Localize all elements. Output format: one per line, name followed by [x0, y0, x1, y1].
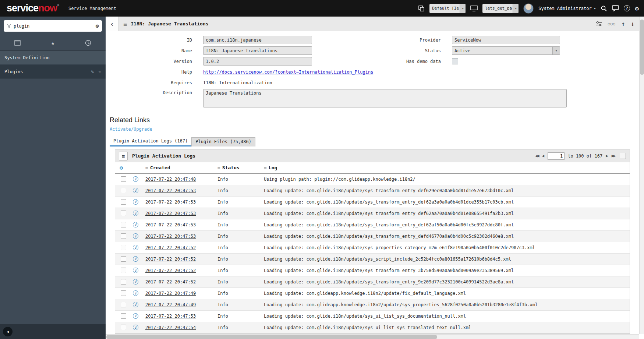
- row-checkbox[interactable]: [121, 188, 126, 193]
- back-button[interactable]: ‹: [106, 17, 119, 31]
- list-context-menu-icon[interactable]: ≡: [119, 152, 128, 160]
- vertical-scrollbar-thumb[interactable]: [640, 20, 644, 75]
- row-checkbox[interactable]: [121, 199, 126, 205]
- info-icon[interactable]: i: [133, 256, 138, 262]
- column-menu-icon[interactable]: ≡: [264, 165, 267, 170]
- update-set-picker[interactable]: Default [Ie ▾: [429, 4, 466, 13]
- tab-plugin-activation-logs-167[interactable]: Plugin Activation Logs (167): [110, 137, 191, 146]
- personalize-form-sliders-icon[interactable]: [595, 21, 602, 27]
- info-icon[interactable]: i: [133, 176, 138, 182]
- banner-right-controls: Default [Ie ▾ lets_get_pa ▾ System Admin…: [418, 3, 639, 14]
- row-checkbox[interactable]: [121, 222, 126, 227]
- created-link[interactable]: 2017-07-22 20:47:53: [145, 199, 196, 205]
- info-icon[interactable]: i: [133, 313, 138, 319]
- history-tab[interactable]: [70, 35, 106, 50]
- created-link[interactable]: 2017-07-22 20:47:53: [145, 222, 196, 227]
- row-checkbox[interactable]: [121, 245, 126, 250]
- created-link[interactable]: 2017-07-22 20:47:52: [145, 268, 196, 273]
- search-icon[interactable]: [601, 5, 607, 12]
- clear-search-icon[interactable]: ⊗: [95, 23, 99, 29]
- info-icon[interactable]: i: [133, 302, 138, 307]
- first-page-icon[interactable]: ◀◀: [535, 154, 538, 158]
- application-picker[interactable]: lets_get_pa ▾: [482, 4, 519, 13]
- row-checkbox[interactable]: [121, 233, 126, 239]
- servicenow-logo[interactable]: servicenow®: [7, 3, 59, 14]
- info-icon[interactable]: i: [133, 245, 138, 250]
- nav-filter-input[interactable]: [14, 24, 95, 29]
- sidebar-item-plugins[interactable]: Plugins ✎ ☆: [0, 65, 106, 79]
- has-demo-data-checkbox[interactable]: [452, 58, 458, 64]
- user-avatar[interactable]: [523, 3, 534, 14]
- row-checkbox[interactable]: [121, 211, 126, 216]
- chat-icon[interactable]: [612, 5, 619, 11]
- column-header-created[interactable]: ≡Created: [144, 162, 216, 173]
- user-menu[interactable]: System Administrator ▾: [538, 6, 596, 11]
- info-icon[interactable]: i: [133, 188, 138, 193]
- form-context-menu-icon[interactable]: ≡: [123, 20, 127, 28]
- application-value: lets_get_pa: [482, 6, 513, 11]
- info-icon[interactable]: i: [133, 211, 138, 216]
- created-link[interactable]: 2017-07-22 20:47:54: [145, 325, 196, 330]
- nav-section-system-definition[interactable]: System Definition: [0, 51, 106, 65]
- created-link[interactable]: 2017-07-22 20:47:49: [145, 302, 196, 307]
- created-link[interactable]: 2017-07-22 20:47:52: [145, 245, 196, 250]
- info-icon[interactable]: i: [133, 199, 138, 205]
- row-checkbox[interactable]: [121, 256, 126, 262]
- description-textarea[interactable]: Japanese Translations: [203, 89, 567, 107]
- row-checkbox[interactable]: [121, 325, 126, 330]
- column-menu-icon[interactable]: ≡: [145, 165, 148, 170]
- page-number-input[interactable]: [548, 152, 565, 160]
- info-icon[interactable]: i: [133, 222, 138, 227]
- created-link[interactable]: 2017-07-22 20:47:53: [145, 314, 196, 319]
- info-icon[interactable]: i: [133, 233, 138, 239]
- column-header-status[interactable]: ≡Status: [216, 162, 262, 173]
- row-checkbox[interactable]: [121, 176, 126, 182]
- row-checkbox[interactable]: [121, 302, 126, 307]
- info-icon[interactable]: i: [133, 279, 138, 285]
- help-link[interactable]: http://docs.servicenow.com/?context=Inte…: [203, 70, 373, 75]
- stacked-windows-icon[interactable]: [418, 5, 425, 12]
- info-icon[interactable]: i: [133, 268, 138, 273]
- next-page-icon[interactable]: ▶: [606, 154, 608, 158]
- created-link[interactable]: 2017-07-22 20:47:52: [145, 279, 196, 285]
- row-checkbox[interactable]: [121, 290, 126, 296]
- column-header-log[interactable]: ≡Log: [262, 162, 630, 173]
- next-record-icon[interactable]: ↓: [631, 20, 634, 27]
- name-input[interactable]: [203, 46, 312, 55]
- settings-gear-icon[interactable]: ⚙: [635, 5, 639, 12]
- provider-input[interactable]: [452, 36, 560, 44]
- created-link[interactable]: 2017-07-22 20:47:52: [145, 257, 196, 262]
- horizontal-scrollbar-thumb[interactable]: [106, 335, 437, 339]
- favorites-tab[interactable]: ★: [35, 35, 71, 50]
- screen-icon[interactable]: [470, 6, 478, 11]
- column-menu-icon[interactable]: ≡: [217, 165, 220, 170]
- favorite-star-icon[interactable]: ☆: [98, 69, 101, 74]
- created-link[interactable]: 2017-07-22 20:47:53: [145, 234, 196, 239]
- activate-upgrade-link[interactable]: Activate/Upgrade: [110, 127, 152, 132]
- created-link[interactable]: 2017-07-22 20:47:53: [145, 188, 196, 193]
- edit-module-pencil-icon[interactable]: ✎: [91, 69, 94, 74]
- row-checkbox[interactable]: [121, 268, 126, 273]
- status-select[interactable]: Active ▾: [452, 46, 560, 55]
- row-checkbox[interactable]: [121, 313, 126, 319]
- collapse-sidebar-icon[interactable]: ◀: [3, 327, 13, 336]
- more-options-icon[interactable]: ○○○: [608, 22, 616, 26]
- previous-record-icon[interactable]: ↑: [622, 20, 625, 27]
- created-link[interactable]: 2017-07-22 20:47:53: [145, 211, 196, 216]
- minimize-list-icon[interactable]: −: [620, 153, 626, 159]
- all-applications-tab[interactable]: [0, 35, 35, 50]
- tab-plugin-files-75-486[interactable]: Plugin Files (75,486): [191, 137, 255, 146]
- row-checkbox[interactable]: [121, 279, 126, 285]
- created-link[interactable]: 2017-07-22 20:47:48: [145, 177, 196, 182]
- id-input[interactable]: [203, 36, 312, 44]
- version-input[interactable]: [203, 57, 312, 66]
- info-icon[interactable]: i: [133, 290, 138, 296]
- previous-page-icon[interactable]: ◀: [542, 154, 545, 158]
- last-page-icon[interactable]: ▶▶: [612, 154, 615, 158]
- personalize-list-gear-icon[interactable]: ⚙: [117, 165, 123, 171]
- created-link[interactable]: 2017-07-22 20:47:49: [145, 291, 196, 296]
- info-icon[interactable]: i: [133, 325, 138, 330]
- horizontal-scrollbar[interactable]: [106, 334, 639, 339]
- vertical-scrollbar[interactable]: [639, 17, 644, 334]
- help-icon[interactable]: ?: [624, 5, 630, 11]
